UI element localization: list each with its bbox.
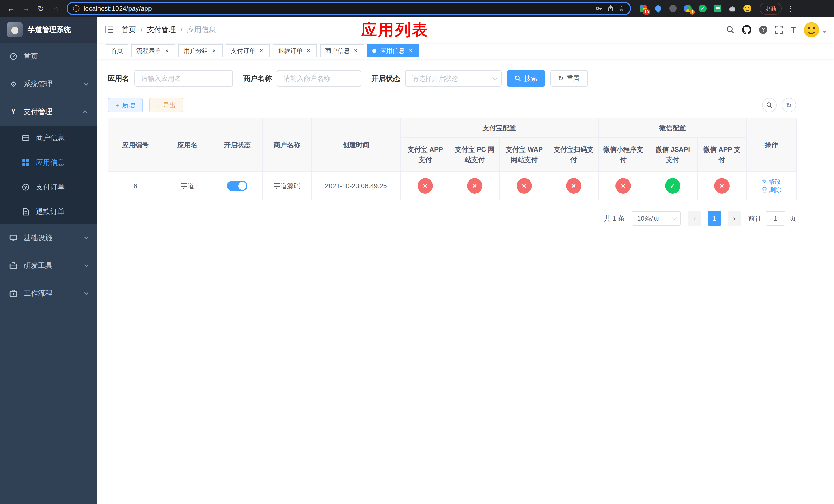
- emoji-extension-icon[interactable]: [743, 4, 751, 13]
- refresh-table-button[interactable]: ↻: [782, 98, 796, 112]
- cell-merchant: 芋道源码: [262, 171, 312, 200]
- sidebar-item-label: 基础设施: [24, 233, 52, 243]
- app-name-input[interactable]: [134, 70, 233, 87]
- edit-link[interactable]: ✎修改: [762, 177, 781, 186]
- current-page-button[interactable]: 1: [708, 211, 721, 226]
- url-text[interactable]: localhost:1024/pay/app: [84, 5, 591, 12]
- reset-button[interactable]: ↻ 重置: [550, 70, 588, 87]
- breadcrumb: 首页 / 支付管理 / 应用信息: [122, 25, 216, 35]
- browser-home-icon[interactable]: ⌂: [49, 2, 63, 15]
- avatar-emoji: [804, 22, 819, 38]
- yen-icon: ¥: [9, 108, 18, 116]
- breadcrumb-home[interactable]: 首页: [122, 25, 136, 35]
- browser-forward-icon[interactable]: →: [19, 2, 33, 15]
- logo-avatar: [7, 22, 23, 38]
- user-avatar[interactable]: [804, 22, 826, 38]
- extensions-puzzle-icon[interactable]: [728, 4, 737, 13]
- site-info-icon[interactable]: ⓘ: [73, 4, 80, 13]
- show-search-button[interactable]: [762, 98, 776, 112]
- next-page-button[interactable]: ›: [728, 211, 741, 226]
- col-header-alipay-app: 支付宝 APP 支付: [400, 138, 450, 171]
- tab-close-icon[interactable]: ×: [163, 47, 170, 54]
- sidebar-item-payment[interactable]: ¥ 支付管理: [0, 98, 97, 125]
- help-icon[interactable]: ?: [759, 26, 767, 34]
- sidebar-item-workflow[interactable]: 工作流程: [0, 279, 97, 307]
- sidebar-item-refund-orders[interactable]: 退款订单: [0, 200, 97, 224]
- sidebar-item-system[interactable]: ⚙ 系统管理: [0, 70, 97, 98]
- delete-link[interactable]: 删除: [762, 186, 781, 194]
- pagination: 共 1 条 10条/页 ‹ 1 › 前往: [108, 211, 796, 226]
- bookmark-star-icon[interactable]: ☆: [618, 4, 625, 13]
- tab-close-icon[interactable]: ×: [407, 47, 414, 54]
- page-size-value: 10条/页: [637, 214, 660, 223]
- sidebar-item-merchant-info[interactable]: 商户信息: [0, 125, 97, 150]
- document-icon: [22, 208, 30, 215]
- github-icon[interactable]: [742, 25, 751, 35]
- browser-reload-icon[interactable]: ↻: [34, 2, 48, 15]
- search-button[interactable]: 搜索: [507, 70, 545, 87]
- address-bar[interactable]: ⓘ localhost:1024/pay/app ☆: [67, 2, 631, 15]
- col-header-id: 应用编号: [108, 118, 163, 171]
- export-button-label: 导出: [163, 101, 176, 110]
- trash-icon: [762, 187, 767, 193]
- tab-close-icon[interactable]: ×: [352, 47, 359, 54]
- tab-merchant-info[interactable]: 商户信息 ×: [320, 44, 364, 58]
- status-select-placeholder: 请选择开启状态: [412, 74, 459, 83]
- logo[interactable]: 芋道管理系统: [0, 17, 97, 43]
- wechat-mini-status-icon: ×: [615, 178, 631, 193]
- search-icon[interactable]: [726, 26, 734, 34]
- font-size-icon[interactable]: T: [791, 25, 796, 35]
- extension-multicolor-icon[interactable]: 1: [684, 4, 692, 13]
- refresh-icon: ↻: [558, 75, 564, 83]
- tab-close-icon[interactable]: ×: [258, 47, 265, 54]
- wechat-devtools-icon[interactable]: ✓: [699, 4, 707, 13]
- sidebar-item-label: 工作流程: [24, 289, 52, 298]
- sidebar-item-label: 应用信息: [36, 158, 65, 167]
- tab-label: 商户信息: [325, 47, 350, 55]
- add-button[interactable]: + 新增: [108, 98, 143, 112]
- fullscreen-icon[interactable]: [775, 26, 783, 34]
- sidebar-item-app-info[interactable]: 应用信息: [0, 150, 97, 175]
- logo-title: 芋道管理系统: [28, 25, 71, 35]
- browser-back-icon[interactable]: ←: [4, 2, 18, 15]
- chrome-update-button[interactable]: 更新: [760, 3, 782, 15]
- sidebar-item-dev-tools[interactable]: 研发工具: [0, 252, 97, 279]
- tabs-bar: 首页 流程表单 × 用户分组 × 支付订单 × 退款订单 ×: [97, 43, 834, 60]
- tab-home[interactable]: 首页: [106, 44, 128, 58]
- extension-grid-icon[interactable]: 10: [639, 4, 647, 13]
- tab-user-group[interactable]: 用户分组 ×: [178, 44, 223, 58]
- merchant-name-input[interactable]: [277, 70, 361, 87]
- tab-close-icon[interactable]: ×: [305, 47, 312, 54]
- export-button[interactable]: ↓ 导出: [149, 98, 184, 112]
- status-label: 开启状态: [371, 74, 400, 83]
- col-header-status: 开启状态: [212, 118, 262, 171]
- sidebar-item-home[interactable]: 首页: [0, 43, 97, 70]
- tab-payment-orders[interactable]: 支付订单 ×: [226, 44, 270, 58]
- extension-drop-icon[interactable]: [654, 4, 662, 13]
- enable-toggle[interactable]: [227, 181, 247, 191]
- sidebar-item-payment-orders[interactable]: 支付订单: [0, 175, 97, 200]
- sidebar-item-infrastructure[interactable]: 基础设施: [0, 224, 97, 252]
- extension-badge: 1: [689, 9, 695, 15]
- hamburger-icon[interactable]: [105, 26, 114, 33]
- cell-app-name: 芋道: [163, 171, 212, 200]
- edit-label: 修改: [769, 177, 781, 186]
- tab-refund-orders[interactable]: 退款订单 ×: [273, 44, 317, 58]
- password-key-icon[interactable]: [595, 5, 603, 12]
- prev-page-button[interactable]: ‹: [688, 211, 701, 226]
- status-select[interactable]: 请选择开启状态: [405, 70, 502, 87]
- cell-actions: ✎修改 删除: [747, 171, 796, 200]
- filter-form: 应用名 商户名称 开启状态 请选择开启状态: [108, 70, 796, 87]
- tab-process-form[interactable]: 流程表单 ×: [131, 44, 175, 58]
- tab-app-info[interactable]: 应用信息 ×: [367, 44, 419, 58]
- browser-menu-icon[interactable]: ⋮: [787, 4, 794, 13]
- extension-dark-icon[interactable]: [669, 4, 677, 13]
- goto-page-input[interactable]: [766, 211, 785, 226]
- breadcrumb-payment[interactable]: 支付管理: [147, 25, 176, 35]
- chat-extension-icon[interactable]: [714, 4, 722, 13]
- col-group-wechat: 微信配置: [598, 118, 747, 138]
- page-size-select[interactable]: 10条/页: [632, 211, 681, 226]
- sidebar-item-label: 系统管理: [24, 79, 52, 89]
- share-icon[interactable]: [607, 5, 614, 12]
- tab-close-icon[interactable]: ×: [211, 47, 218, 54]
